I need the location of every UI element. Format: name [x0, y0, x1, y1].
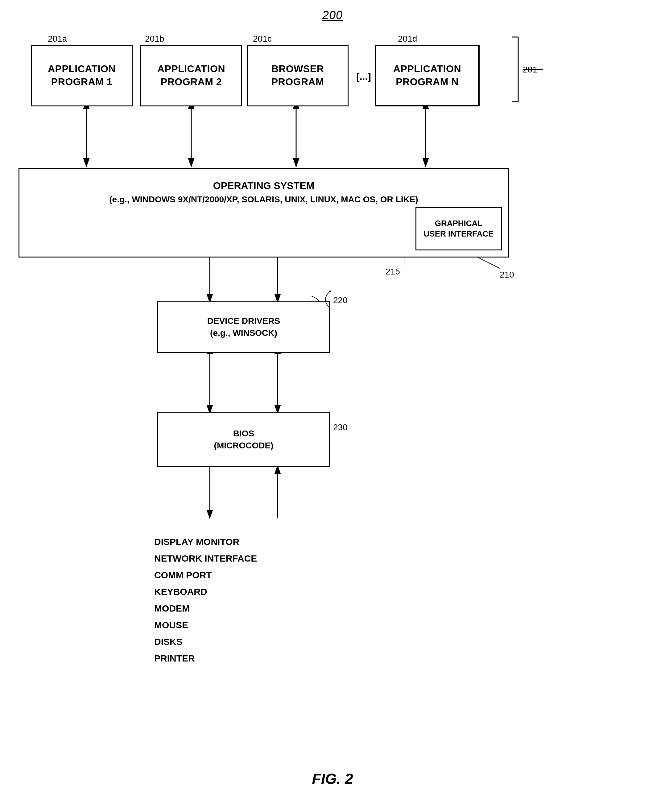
figure-caption: FIG. 2: [312, 770, 353, 787]
app-program-n-box: APPLICATION PROGRAM N: [375, 45, 480, 106]
bios-label: BIOS (MICROCODE): [214, 427, 274, 452]
hardware-item-printer: PRINTER: [154, 650, 257, 667]
os-box: OPERATING SYSTEM (e.g., WINDOWS 9X/NT/20…: [18, 168, 509, 257]
os-label-line1: OPERATING SYSTEM: [20, 178, 508, 193]
device-drivers-label: DEVICE DRIVERS (e.g., WINSOCK): [207, 315, 280, 339]
ref-230-text: 230: [333, 422, 347, 432]
app-program-2-box: APPLICATION PROGRAM 2: [140, 45, 242, 106]
hardware-item-display: DISPLAY MONITOR: [154, 534, 257, 550]
gui-box: GRAPHICAL USER INTERFACE: [416, 207, 502, 250]
os-label: OPERATING SYSTEM (e.g., WINDOWS 9X/NT/20…: [20, 178, 508, 206]
app-program-1-label: APPLICATION PROGRAM 1: [48, 62, 116, 88]
ref-201d-text: 201d: [398, 34, 417, 44]
gui-label: GRAPHICAL USER INTERFACE: [424, 218, 494, 239]
ref-201b: 201b: [145, 34, 164, 44]
diagram-arrows: [0, 0, 665, 812]
ref-201b-text: 201b: [145, 34, 164, 44]
ref-201d: 201d: [398, 34, 417, 44]
hardware-item-disks: DISKS: [154, 634, 257, 650]
ref-215: 215: [385, 267, 400, 277]
app-program-2-label: APPLICATION PROGRAM 2: [157, 62, 225, 88]
hardware-item-mouse: MOUSE: [154, 617, 257, 634]
hardware-item-comm: COMM PORT: [154, 567, 257, 583]
ellipsis-label: [...]: [356, 71, 371, 82]
hardware-item-network: NETWORK INTERFACE: [154, 550, 257, 567]
ref-220-line: [327, 290, 352, 314]
browser-program-box: BROWSER PROGRAM: [247, 45, 349, 106]
ref-201c: 201c: [253, 34, 272, 44]
ref-201a: 201a: [48, 34, 67, 44]
app-program-1-box: APPLICATION PROGRAM 1: [31, 45, 133, 106]
ref-230: 230: [333, 422, 347, 432]
hardware-item-keyboard: KEYBOARD: [154, 583, 257, 600]
hardware-item-modem: MODEM: [154, 600, 257, 617]
hardware-list: DISPLAY MONITOR NETWORK INTERFACE COMM P…: [154, 534, 257, 667]
ref-201-group-text: 201: [523, 65, 537, 74]
bios-box: BIOS (MICROCODE): [157, 412, 330, 467]
browser-program-label: BROWSER PROGRAM: [272, 62, 324, 88]
diagram-container: 200: [0, 0, 665, 812]
ellipsis-text: [...]: [356, 71, 371, 82]
ref-215-text: 215: [385, 267, 400, 276]
figure-number: 200: [322, 9, 343, 22]
os-label-line2: (e.g., WINDOWS 9X/NT/2000/XP, SOLARIS, U…: [20, 193, 508, 206]
ref-210: 210: [500, 270, 514, 280]
device-drivers-box: DEVICE DRIVERS (e.g., WINSOCK): [157, 301, 330, 353]
ref-210-text: 210: [500, 270, 514, 279]
app-program-n-label: APPLICATION PROGRAM N: [393, 62, 461, 88]
ref-201-group: 201: [523, 65, 537, 75]
ref-201c-text: 201c: [253, 34, 272, 44]
ref-201a-text: 201a: [48, 34, 67, 44]
fig-caption-text: FIG. 2: [312, 771, 353, 787]
